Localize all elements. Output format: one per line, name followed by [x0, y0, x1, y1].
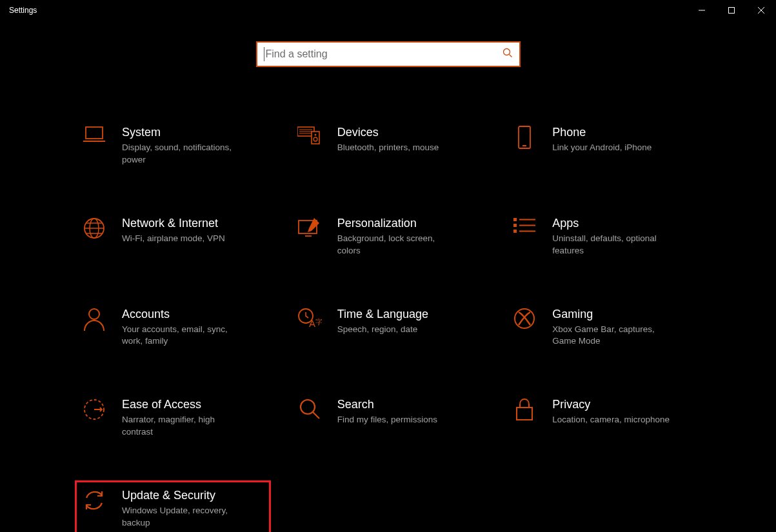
- category-devices[interactable]: Devices Bluetooth, printers, mouse: [290, 117, 486, 175]
- category-text: Network & Internet Wi-Fi, airplane mode,…: [122, 217, 264, 245]
- category-desc: Background, lock screen, colors: [337, 233, 460, 257]
- category-title: Time & Language: [337, 308, 479, 321]
- category-update-security[interactable]: Update & Security Windows Update, recove…: [75, 480, 271, 532]
- svg-point-5: [314, 134, 316, 136]
- category-desc: Your accounts, email, sync, work, family: [122, 324, 244, 348]
- category-title: Devices: [337, 126, 479, 139]
- category-desc: Display, sound, notifications, power: [122, 142, 244, 166]
- category-desc: Find my files, permissions: [337, 414, 460, 426]
- category-title: Gaming: [552, 308, 694, 321]
- lock-icon: [512, 398, 537, 421]
- svg-point-1: [503, 49, 510, 55]
- settings-grid: System Display, sound, notifications, po…: [0, 117, 776, 532]
- category-title: Search: [337, 398, 479, 411]
- category-desc: Speech, region, date: [337, 324, 460, 336]
- category-desc: Bluetooth, printers, mouse: [337, 142, 460, 154]
- category-title: Privacy: [552, 398, 694, 411]
- category-text: Ease of Access Narrator, magnifier, high…: [122, 398, 264, 438]
- category-gaming[interactable]: Gaming Xbox Game Bar, captures, Game Mod…: [505, 299, 701, 357]
- category-desc: Link your Android, iPhone: [552, 142, 675, 154]
- svg-rect-22: [517, 408, 532, 420]
- category-time-language[interactable]: A字 Time & Language Speech, region, date: [290, 299, 486, 357]
- category-title: Apps: [552, 217, 694, 230]
- svg-rect-13: [513, 224, 517, 227]
- keyboard-speaker-icon: [297, 126, 322, 145]
- category-desc: Xbox Game Bar, captures, Game Mode: [552, 324, 675, 348]
- svg-rect-2: [86, 127, 103, 139]
- category-desc: Narrator, magnifier, high contrast: [122, 414, 244, 438]
- svg-point-19: [515, 309, 534, 328]
- category-system[interactable]: System Display, sound, notifications, po…: [75, 117, 271, 175]
- svg-rect-0: [729, 8, 735, 14]
- category-text: Update & Security Windows Update, recove…: [122, 489, 264, 529]
- category-text: Devices Bluetooth, printers, mouse: [337, 126, 479, 154]
- list-icon: [512, 217, 537, 235]
- sync-icon: [82, 489, 106, 512]
- magnifier-icon: [297, 398, 322, 420]
- category-text: Time & Language Speech, region, date: [337, 308, 479, 336]
- category-desc: Wi-Fi, airplane mode, VPN: [122, 233, 244, 245]
- svg-point-15: [89, 309, 99, 319]
- category-text: Accounts Your accounts, email, sync, wor…: [122, 308, 264, 348]
- category-accounts[interactable]: Accounts Your accounts, email, sync, wor…: [75, 299, 271, 357]
- category-privacy[interactable]: Privacy Location, camera, microphone: [505, 389, 701, 447]
- category-title: Personalization: [337, 217, 479, 230]
- search-input[interactable]: [266, 48, 502, 60]
- svg-text:A: A: [309, 318, 315, 329]
- category-phone[interactable]: Phone Link your Android, iPhone: [505, 117, 701, 175]
- category-text: System Display, sound, notifications, po…: [122, 126, 264, 166]
- svg-point-21: [301, 400, 315, 414]
- category-title: Network & Internet: [122, 217, 264, 230]
- phone-icon: [512, 126, 537, 149]
- category-text: Personalization Background, lock screen,…: [337, 217, 479, 257]
- xbox-icon: [512, 308, 537, 330]
- window-controls: [687, 0, 776, 21]
- category-text: Privacy Location, camera, microphone: [552, 398, 694, 426]
- svg-rect-12: [513, 218, 517, 221]
- search-box[interactable]: [256, 41, 521, 67]
- clock-language-icon: A字: [297, 308, 322, 330]
- svg-rect-7: [519, 126, 530, 148]
- paintbrush-monitor-icon: [297, 217, 322, 237]
- category-text: Apps Uninstall, defaults, optional featu…: [552, 217, 694, 257]
- laptop-icon: [82, 126, 106, 145]
- category-search[interactable]: Search Find my files, permissions: [290, 389, 486, 447]
- text-cursor: [264, 47, 264, 61]
- search-wrap: [0, 41, 776, 67]
- category-desc: Windows Update, recovery, backup: [122, 505, 244, 529]
- category-text: Phone Link your Android, iPhone: [552, 126, 694, 154]
- titlebar-left: Settings: [9, 6, 37, 15]
- category-title: Phone: [552, 126, 694, 139]
- titlebar: Settings: [0, 0, 776, 21]
- category-network[interactable]: Network & Internet Wi-Fi, airplane mode,…: [75, 208, 271, 266]
- category-text: Search Find my files, permissions: [337, 398, 479, 426]
- category-title: Accounts: [122, 308, 264, 321]
- category-personalization[interactable]: Personalization Background, lock screen,…: [290, 208, 486, 266]
- category-text: Gaming Xbox Game Bar, captures, Game Mod…: [552, 308, 694, 348]
- svg-rect-14: [513, 230, 517, 233]
- globe-icon: [82, 217, 106, 240]
- minimize-button[interactable]: [687, 0, 717, 21]
- close-button[interactable]: [746, 0, 776, 21]
- maximize-button[interactable]: [717, 0, 746, 21]
- category-desc: Location, camera, microphone: [552, 414, 675, 426]
- ease-of-access-icon: [82, 398, 106, 421]
- svg-rect-8: [522, 145, 526, 146]
- search-icon[interactable]: [502, 48, 513, 61]
- category-ease-of-access[interactable]: Ease of Access Narrator, magnifier, high…: [75, 389, 271, 447]
- svg-text:字: 字: [315, 318, 322, 326]
- person-icon: [82, 308, 106, 331]
- category-title: Ease of Access: [122, 398, 264, 411]
- category-desc: Uninstall, defaults, optional features: [552, 233, 675, 257]
- window-title: Settings: [9, 6, 37, 15]
- category-title: Update & Security: [122, 489, 264, 502]
- category-apps[interactable]: Apps Uninstall, defaults, optional featu…: [505, 208, 701, 266]
- category-title: System: [122, 126, 264, 139]
